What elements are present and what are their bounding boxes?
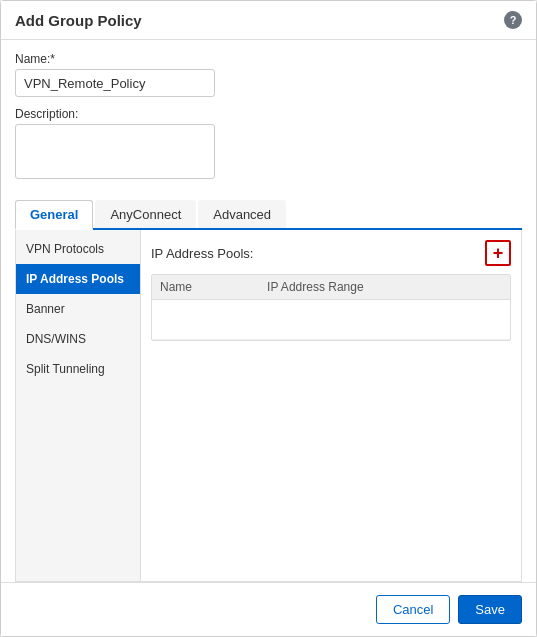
col-name: Name bbox=[152, 275, 259, 300]
add-pool-button[interactable]: + bbox=[485, 240, 511, 266]
help-icon[interactable]: ? bbox=[504, 11, 522, 29]
table-container: Name IP Address Range bbox=[151, 274, 511, 341]
modal-header: Add Group Policy ? bbox=[1, 1, 536, 40]
sidebar-item-dns-wins[interactable]: DNS/WINS bbox=[16, 324, 140, 354]
modal-title: Add Group Policy bbox=[15, 12, 142, 29]
cancel-button[interactable]: Cancel bbox=[376, 595, 450, 624]
sidebar-item-banner[interactable]: Banner bbox=[16, 294, 140, 324]
sidebar-item-vpn-protocols[interactable]: VPN Protocols bbox=[16, 234, 140, 264]
sidebar-item-split-tunneling[interactable]: Split Tunneling bbox=[16, 354, 140, 384]
name-label: Name:* bbox=[15, 52, 522, 66]
description-group: Description: bbox=[15, 107, 522, 182]
tabs-bar: General AnyConnect Advanced bbox=[15, 200, 522, 230]
modal-footer: Cancel Save bbox=[1, 582, 536, 636]
sidebar: VPN Protocols IP Address Pools Banner DN… bbox=[16, 230, 141, 581]
description-input[interactable] bbox=[15, 124, 215, 179]
add-group-policy-modal: Add Group Policy ? Name:* Description: G… bbox=[0, 0, 537, 637]
name-input[interactable] bbox=[15, 69, 215, 97]
col-ip-range: IP Address Range bbox=[259, 275, 510, 300]
tab-advanced[interactable]: Advanced bbox=[198, 200, 286, 228]
content-area: IP Address Pools: + Name IP Address Rang… bbox=[141, 230, 521, 581]
content-title: IP Address Pools: bbox=[151, 246, 253, 261]
name-group: Name:* bbox=[15, 52, 522, 97]
tab-content: VPN Protocols IP Address Pools Banner DN… bbox=[15, 230, 522, 582]
tab-anyconnect[interactable]: AnyConnect bbox=[95, 200, 196, 228]
sidebar-item-ip-address-pools[interactable]: IP Address Pools bbox=[16, 264, 140, 294]
save-button[interactable]: Save bbox=[458, 595, 522, 624]
ip-address-pools-table: Name IP Address Range bbox=[152, 275, 510, 340]
content-header: IP Address Pools: + bbox=[151, 240, 511, 266]
tab-general[interactable]: General bbox=[15, 200, 93, 230]
description-label: Description: bbox=[15, 107, 522, 121]
table-empty-row bbox=[152, 300, 510, 340]
modal-body: Name:* Description: General AnyConnect A… bbox=[1, 40, 536, 582]
